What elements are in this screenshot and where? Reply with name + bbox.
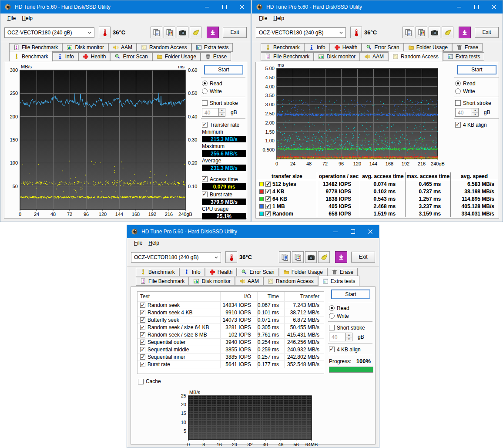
- short-stroke-checkbox[interactable]: [202, 100, 208, 106]
- close-button[interactable]: [362, 225, 379, 238]
- write-radio[interactable]: [329, 313, 335, 319]
- temperature-button[interactable]: [350, 27, 362, 38]
- burst-rate-checkbox[interactable]: ✓: [140, 362, 145, 367]
- tab-random-access[interactable]: Random Access: [263, 277, 318, 286]
- minimize-button[interactable]: [450, 0, 468, 13]
- menu-item-file[interactable]: File: [131, 239, 145, 247]
- screenshot-button[interactable]: [305, 251, 317, 263]
- spinner-buttons[interactable]: ▲▼: [218, 108, 225, 117]
- spinner-up-icon[interactable]: ▲: [219, 108, 225, 113]
- tab-folder-usage[interactable]: Folder Usage: [279, 268, 327, 276]
- minimize-button[interactable]: [198, 0, 216, 13]
- spinner-down-icon[interactable]: ▼: [472, 113, 478, 117]
- menu-item-help[interactable]: Help: [145, 239, 162, 247]
- capacity-spinner[interactable]: 40: [329, 333, 345, 341]
- tab-health[interactable]: Health: [330, 43, 362, 52]
- tab-disk-monitor[interactable]: Disk monitor: [62, 43, 108, 52]
- screenshot-button[interactable]: [429, 27, 440, 38]
- burst-rate-checkbox[interactable]: ✓: [202, 192, 208, 197]
- tab-error-scan[interactable]: Error Scan: [110, 52, 152, 61]
- temperature-button[interactable]: [225, 251, 237, 263]
- read-radio[interactable]: [455, 81, 461, 86]
- hand-button[interactable]: [190, 27, 201, 38]
- 512-bytes-checkbox[interactable]: ✓: [265, 182, 271, 187]
- write-radio[interactable]: [455, 88, 461, 94]
- tab-extra-tests[interactable]: Extra tests: [443, 52, 485, 61]
- spinner-buttons[interactable]: ▲▼: [472, 108, 479, 117]
- write-radio[interactable]: [202, 88, 208, 94]
- exit-button[interactable]: Exit: [223, 27, 247, 38]
- maximize-button[interactable]: [344, 225, 362, 238]
- random-seek-checkbox[interactable]: ✓: [140, 303, 145, 308]
- copy-image-button[interactable]: [416, 27, 427, 38]
- maximize-button[interactable]: [468, 0, 485, 13]
- 4-kb-align-checkbox[interactable]: ✓: [329, 347, 335, 352]
- spinner-up-icon[interactable]: ▲: [472, 108, 478, 113]
- tab-folder-usage[interactable]: Folder Usage: [404, 43, 452, 52]
- short-stroke-checkbox[interactable]: [455, 100, 461, 106]
- random-seek-4-kb-checkbox[interactable]: ✓: [140, 310, 145, 315]
- sequential-inner-checkbox[interactable]: ✓: [140, 354, 145, 360]
- tab-aam[interactable]: AAM: [108, 43, 137, 52]
- tab-disk-monitor[interactable]: Disk monitor: [314, 52, 360, 61]
- short-stroke-checkbox[interactable]: [329, 325, 335, 330]
- spinner-down-icon[interactable]: ▼: [219, 113, 225, 117]
- copy-image-button[interactable]: [292, 251, 304, 263]
- read-radio[interactable]: [329, 305, 335, 311]
- hand-button[interactable]: [442, 27, 453, 38]
- maximize-button[interactable]: [216, 0, 233, 13]
- sequential-middle-checkbox[interactable]: ✓: [140, 347, 145, 352]
- tab-folder-usage[interactable]: Folder Usage: [152, 52, 201, 61]
- tab-extra-tests[interactable]: Extra tests: [191, 43, 233, 52]
- access-time-checkbox[interactable]: ✓: [202, 176, 208, 182]
- tab-aam[interactable]: AAM: [235, 277, 263, 286]
- 1-mb-checkbox[interactable]: ✓: [265, 204, 271, 209]
- tab-error-scan[interactable]: Error Scan: [237, 268, 278, 276]
- start-button[interactable]: Start: [331, 290, 370, 299]
- drive-selector[interactable]: OCZ-VECTOR180 (240 gB): [256, 27, 346, 38]
- minimize-button[interactable]: [327, 225, 344, 238]
- spinner-up-icon[interactable]: ▲: [346, 333, 352, 337]
- start-button[interactable]: Start: [457, 65, 496, 74]
- tab-health[interactable]: Health: [78, 52, 111, 61]
- tab-info[interactable]: Info: [179, 268, 205, 276]
- 4-kb-align-checkbox[interactable]: ✓: [455, 122, 461, 128]
- menu-item-file[interactable]: File: [256, 14, 270, 22]
- tab-file-benchmark[interactable]: File Benchmark: [9, 43, 62, 52]
- spinner-down-icon[interactable]: ▼: [346, 337, 352, 341]
- drive-selector[interactable]: OCZ-VECTOR180 (240 gB): [131, 252, 221, 263]
- download-button[interactable]: [459, 27, 471, 38]
- tab-health[interactable]: Health: [205, 268, 237, 276]
- tab-erase[interactable]: Erase: [201, 52, 231, 61]
- exit-button[interactable]: Exit: [351, 252, 375, 263]
- tab-benchmark[interactable]: Benchmark: [9, 51, 53, 61]
- random-checkbox[interactable]: ✓: [265, 211, 271, 216]
- tab-random-access[interactable]: Random Access: [388, 51, 443, 61]
- exit-button[interactable]: Exit: [475, 27, 499, 38]
- tab-random-access[interactable]: Random Access: [137, 43, 191, 52]
- cache-checkbox[interactable]: [138, 379, 144, 384]
- tab-info[interactable]: Info: [53, 52, 78, 61]
- temperature-button[interactable]: [99, 27, 111, 38]
- transfer-rate-checkbox[interactable]: ✓: [202, 122, 208, 128]
- capacity-spinner[interactable]: 40: [202, 108, 218, 117]
- drive-selector[interactable]: OCZ-VECTOR180 (240 gB): [4, 27, 94, 38]
- tab-file-benchmark[interactable]: File Benchmark: [136, 277, 189, 286]
- close-button[interactable]: [485, 0, 503, 13]
- hand-button[interactable]: [318, 251, 330, 263]
- 64-kb-checkbox[interactable]: ✓: [265, 196, 271, 202]
- spinner-buttons[interactable]: ▲▼: [345, 333, 352, 341]
- tab-erase[interactable]: Erase: [327, 268, 358, 276]
- tab-info[interactable]: Info: [304, 43, 330, 52]
- menu-item-help[interactable]: Help: [19, 14, 36, 22]
- copy-text-button[interactable]: [279, 251, 291, 263]
- tab-extra-tests[interactable]: Extra tests: [318, 276, 360, 286]
- start-button[interactable]: Start: [204, 65, 243, 74]
- read-radio[interactable]: [202, 81, 208, 86]
- tab-benchmark[interactable]: Benchmark: [136, 268, 179, 276]
- tab-file-benchmark[interactable]: File Benchmark: [261, 52, 314, 61]
- random-seek-size-64-kb-checkbox[interactable]: ✓: [140, 325, 145, 330]
- screenshot-button[interactable]: [177, 27, 188, 38]
- copy-text-button[interactable]: [402, 27, 414, 38]
- tab-aam[interactable]: AAM: [360, 52, 388, 61]
